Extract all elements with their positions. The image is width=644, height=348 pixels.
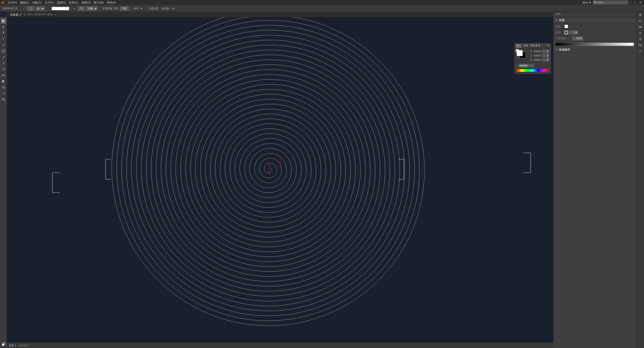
outer-btn-3[interactable]: [637, 18, 643, 24]
appearance-triangle: ▼: [555, 19, 557, 21]
hash-symbol: #: [516, 64, 518, 67]
color-panel-header: 颜色 色板 颜色参考 ✕: [515, 44, 551, 48]
gradient-tool-btn[interactable]: [1, 79, 6, 84]
line-tool-btn[interactable]: [1, 42, 6, 48]
close-btn[interactable]: ✕: [638, 1, 643, 4]
restore-btn[interactable]: □: [633, 1, 638, 4]
green-label: G: [530, 54, 533, 57]
preferences-btn[interactable]: 首选项: [160, 6, 170, 11]
sep-4: [99, 6, 100, 11]
minimize-btn[interactable]: ─: [628, 1, 633, 4]
color-spectrum-bar[interactable]: [516, 69, 549, 72]
quick-actions-header[interactable]: ▼ 快速操作: [553, 47, 636, 53]
opacity-value-input[interactable]: [572, 36, 583, 41]
outer-btn-4[interactable]: [637, 24, 643, 30]
stroke-color-swatch[interactable]: [565, 31, 568, 34]
stroke-width-input[interactable]: [27, 6, 34, 11]
fill-stroke-btn[interactable]: [1, 341, 6, 347]
color-panel-body: R G B: [515, 48, 551, 73]
svg-point-26: [639, 38, 641, 40]
fill-color-swatch[interactable]: [565, 25, 568, 28]
blend-tool-btn[interactable]: [1, 72, 6, 78]
blue-slider[interactable]: [534, 59, 541, 61]
weight-unit-select[interactable]: 点像 pt: [86, 6, 98, 11]
red-slider[interactable]: [534, 50, 541, 52]
menu-edit[interactable]: 编辑(E): [18, 1, 31, 5]
paintbrush-tool-btn[interactable]: [1, 54, 6, 60]
stroke-unit-select[interactable]: pt px: [35, 6, 45, 11]
fill-row: 填色: [553, 23, 636, 29]
svg-point-21: [639, 20, 640, 21]
outer-btn-6[interactable]: [637, 36, 643, 42]
opacity-input[interactable]: [120, 6, 129, 11]
svg-point-25: [640, 26, 641, 27]
rect-tool-btn[interactable]: [1, 48, 6, 54]
shape-builder-btn[interactable]: [1, 85, 6, 90]
menu-view[interactable]: 视图(V): [80, 1, 92, 5]
style-select[interactable]: 样式: ▼: [133, 6, 143, 11]
outer-btn-7[interactable]: [637, 42, 643, 48]
search-bar[interactable]: 🔍 搜索...: [593, 1, 628, 5]
stroke-value-area: [565, 30, 578, 34]
stroke-weight-input[interactable]: [569, 30, 578, 34]
document-tab[interactable]: 未标题-1* @ 200% (RGB/GPU 预览) ✕: [7, 12, 60, 17]
green-input[interactable]: [542, 54, 549, 57]
hex-input[interactable]: [519, 64, 534, 67]
document-settings-btn[interactable]: 文档设置: [147, 6, 159, 11]
green-slider[interactable]: [534, 55, 541, 57]
blue-input[interactable]: [542, 58, 549, 62]
sep-6: [145, 6, 146, 11]
hex-row: #: [516, 64, 549, 67]
zoom-tool-btn[interactable]: [1, 97, 6, 102]
appearance-label: 外观: [559, 18, 565, 22]
outer-btn-2[interactable]: [637, 12, 643, 18]
selection-tool-btn[interactable]: [1, 18, 6, 24]
outer-btn-8[interactable]: [637, 48, 643, 54]
red-label: R: [530, 50, 533, 53]
more-btn[interactable]: ≫: [171, 7, 176, 10]
color-tab-reference[interactable]: 颜色参考: [530, 44, 540, 48]
tab-close-btn[interactable]: ✕: [54, 13, 56, 16]
color-panel-close-btn[interactable]: ✕: [547, 44, 549, 48]
cursor-indicator: [280, 157, 280, 169]
rotate-tool-btn[interactable]: [1, 66, 6, 72]
blue-label: B: [530, 59, 533, 61]
gradient-bar: [555, 43, 634, 46]
svg-point-10: [2, 98, 4, 100]
pencil-tool-btn[interactable]: [1, 60, 6, 66]
svg-point-22: [640, 20, 641, 21]
pen-tool-btn[interactable]: [1, 30, 6, 36]
menu-effect[interactable]: 效果(C): [67, 1, 80, 5]
sep-5: [131, 6, 131, 11]
sep-1: [20, 6, 21, 11]
red-slider-row: R: [530, 50, 549, 53]
doc-label: 文档: [555, 12, 560, 16]
main-right-panel: 属性 图层 库 ⋮ ▼ 未选择任何内容 文档 ▼ 外观 填色 描边: [553, 0, 636, 348]
status-bar: 画板 1 未标题-1*: [7, 342, 553, 348]
fill-swatch-fg[interactable]: [517, 50, 523, 56]
svg-point-8: [2, 86, 4, 88]
eyedropper-tool-btn[interactable]: [1, 91, 6, 96]
menu-select[interactable]: 选择(S): [55, 1, 68, 5]
type-tool-btn[interactable]: T: [1, 36, 6, 42]
color-tab-swatches[interactable]: 色板: [523, 44, 528, 48]
menu-bar: Ai 文件(F) 编辑(E) 对象(O) 文字(T) 选择(S) 效果(C) 视…: [0, 0, 644, 5]
canvas-area[interactable]: [7, 17, 553, 348]
weight-input[interactable]: [77, 6, 85, 11]
red-input[interactable]: [542, 50, 549, 53]
svg-rect-2: [2, 50, 5, 52]
menu-window[interactable]: 窗口(W): [92, 1, 105, 5]
menu-help[interactable]: 帮助(H): [105, 1, 117, 5]
svg-line-1: [2, 44, 5, 46]
fill-stroke-area: [516, 50, 528, 60]
menu-type[interactable]: 文字(T): [43, 1, 55, 5]
tab-label: 未标题-1*: [10, 13, 22, 17]
appearance-header[interactable]: ▼ 外观: [553, 17, 636, 23]
blue-slider-row: B: [530, 58, 549, 62]
menu-file[interactable]: 文件(F): [6, 1, 18, 5]
color-tab-color[interactable]: 颜色: [516, 44, 521, 48]
menu-object[interactable]: 对象(O): [31, 1, 43, 5]
direct-selection-tool-btn[interactable]: [1, 24, 6, 30]
tab-bar: 未标题-1* @ 200% (RGB/GPU 预览) ✕: [7, 12, 553, 17]
outer-btn-5[interactable]: [637, 30, 643, 36]
